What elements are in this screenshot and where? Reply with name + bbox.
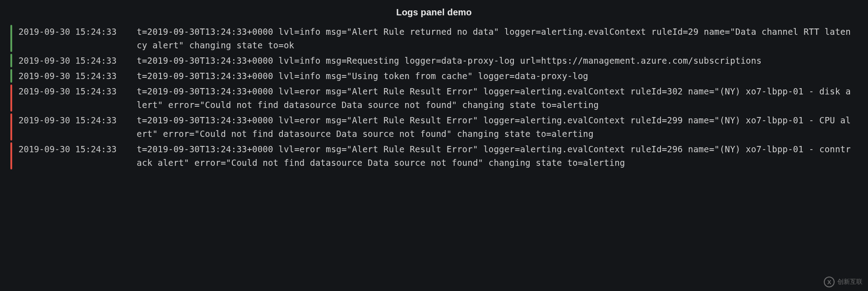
log-level-indicator-info <box>10 54 12 67</box>
log-timestamp: 2019-09-30 15:24:33 <box>18 84 137 112</box>
log-level-indicator-info <box>10 69 12 83</box>
log-message: t=2019-09-30T13:24:33+0000 lvl=info msg=… <box>137 54 868 67</box>
log-row[interactable]: 2019-09-30 15:24:33 t=2019-09-30T13:24:3… <box>10 24 868 53</box>
log-message: t=2019-09-30T13:24:33+0000 lvl=info msg=… <box>137 69 868 83</box>
log-message: t=2019-09-30T13:24:33+0000 lvl=eror msg=… <box>137 113 868 141</box>
watermark: X 创新互联 <box>824 277 863 287</box>
log-rows: 2019-09-30 15:24:33 t=2019-09-30T13:24:3… <box>0 24 868 170</box>
log-row[interactable]: 2019-09-30 15:24:33 t=2019-09-30T13:24:3… <box>10 141 868 170</box>
logs-panel: Logs panel demo 2019-09-30 15:24:33 t=20… <box>0 0 868 178</box>
log-timestamp: 2019-09-30 15:24:33 <box>18 142 137 169</box>
log-message: t=2019-09-30T13:24:33+0000 lvl=eror msg=… <box>137 142 868 169</box>
panel-title: Logs panel demo <box>0 4 868 24</box>
log-timestamp: 2019-09-30 15:24:33 <box>18 113 137 141</box>
log-timestamp: 2019-09-30 15:24:33 <box>18 54 137 67</box>
watermark-badge-icon: X <box>824 277 835 287</box>
log-level-indicator-error <box>10 84 12 112</box>
log-timestamp: 2019-09-30 15:24:33 <box>18 25 137 52</box>
log-row[interactable]: 2019-09-30 15:24:33 t=2019-09-30T13:24:3… <box>10 53 868 68</box>
log-timestamp: 2019-09-30 15:24:33 <box>18 69 137 83</box>
log-row[interactable]: 2019-09-30 15:24:33 t=2019-09-30T13:24:3… <box>10 68 868 84</box>
log-message: t=2019-09-30T13:24:33+0000 lvl=info msg=… <box>137 25 868 52</box>
watermark-text: 创新互联 <box>837 278 863 286</box>
log-level-indicator-error <box>10 113 12 141</box>
log-message: t=2019-09-30T13:24:33+0000 lvl=eror msg=… <box>137 84 868 112</box>
log-level-indicator-info <box>10 25 12 52</box>
log-row[interactable]: 2019-09-30 15:24:33 t=2019-09-30T13:24:3… <box>10 113 868 141</box>
log-row[interactable]: 2019-09-30 15:24:33 t=2019-09-30T13:24:3… <box>10 84 868 113</box>
log-level-indicator-error <box>10 142 12 169</box>
